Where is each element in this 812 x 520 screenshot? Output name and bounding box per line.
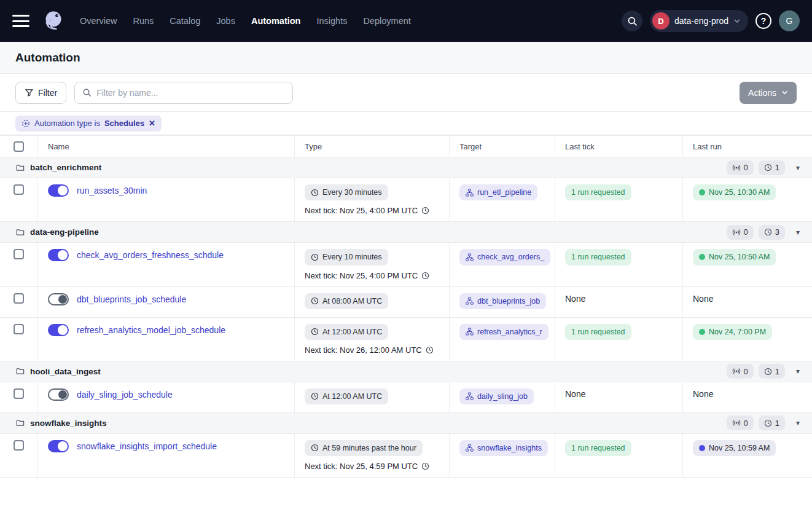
select-all-checkbox[interactable] xyxy=(14,141,24,152)
table-row: check_avg_orders_freshness_schduleEvery … xyxy=(0,243,812,286)
schedule-name-link[interactable]: daily_sling_job_schedule xyxy=(77,390,173,400)
job-graph-icon xyxy=(466,297,474,305)
sensor-icon xyxy=(732,419,741,427)
nav-item-jobs[interactable]: Jobs xyxy=(216,16,235,26)
folder-icon xyxy=(16,228,25,237)
schedule-type-pill: At 59 minutes past the hour xyxy=(305,440,423,456)
clock-icon xyxy=(311,392,319,400)
table-row: snowflake_insights_import_scheduleAt 59 … xyxy=(0,434,812,478)
last-tick-none: None xyxy=(565,389,585,399)
filter-button[interactable]: Filter xyxy=(15,82,66,104)
group-row: hooli_data_ingest01▾ xyxy=(0,361,812,382)
row-checkbox[interactable] xyxy=(14,184,24,195)
clock-icon xyxy=(421,272,429,280)
last-run-pill[interactable]: Nov 25, 10:50 AM xyxy=(693,249,776,265)
run-status-dot-icon xyxy=(699,329,705,335)
target-job-pill[interactable]: refresh_analytics_r xyxy=(459,324,548,340)
nav-item-automation[interactable]: Automation xyxy=(251,16,301,26)
row-checkbox[interactable] xyxy=(14,388,24,399)
active-filters-row: Automation type is Schedules ✕ xyxy=(0,112,812,135)
last-run-pill[interactable]: Nov 24, 7:00 PM xyxy=(693,324,772,340)
workspace-switcher[interactable]: D data-eng-prod xyxy=(650,10,748,32)
menu-icon[interactable] xyxy=(12,15,29,27)
job-graph-icon xyxy=(466,253,474,261)
job-graph-icon xyxy=(466,392,474,400)
group-row: batch_enrichment01▾ xyxy=(0,157,812,178)
schedule-toggle[interactable] xyxy=(48,184,69,197)
last-tick-none: None xyxy=(565,294,585,304)
last-tick-pill[interactable]: 1 run requested xyxy=(565,324,631,340)
schedule-name-link[interactable]: check_avg_orders_freshness_schdule xyxy=(77,250,224,260)
last-tick-pill[interactable]: 1 run requested xyxy=(565,184,631,200)
schedule-name-link[interactable]: snowflake_insights_import_schedule xyxy=(77,441,217,451)
last-run-pill[interactable]: Nov 25, 10:59 AM xyxy=(693,440,776,456)
row-checkbox[interactable] xyxy=(14,249,24,259)
next-tick-text: Next tick: Nov 25, 4:00 PM UTC xyxy=(305,206,439,215)
last-tick-pill[interactable]: 1 run requested xyxy=(565,440,631,456)
nav-item-runs[interactable]: Runs xyxy=(133,16,154,26)
clock-icon xyxy=(311,253,319,261)
dagster-logo-icon xyxy=(41,8,66,34)
last-run-pill[interactable]: Nov 25, 10:30 AM xyxy=(693,184,776,200)
page-title: Automation xyxy=(15,51,80,65)
schedule-toggle[interactable] xyxy=(48,324,69,336)
target-job-pill[interactable]: snowflake_insights xyxy=(459,440,548,456)
schedule-count-badge: 1 xyxy=(759,364,785,379)
schedule-toggle[interactable] xyxy=(48,249,69,261)
table-header-row: Name Type Target Last tick Last run xyxy=(0,135,812,157)
primary-nav: OverviewRunsCatalogJobsAutomationInsight… xyxy=(80,16,411,26)
nav-item-insights[interactable]: Insights xyxy=(316,16,347,26)
clock-icon xyxy=(764,163,772,171)
row-checkbox[interactable] xyxy=(14,440,24,451)
schedule-toggle[interactable] xyxy=(48,293,69,305)
run-status-dot-icon xyxy=(699,445,705,451)
last-tick-pill[interactable]: 1 run requested xyxy=(565,249,631,265)
nav-item-deployment[interactable]: Deployment xyxy=(363,16,410,26)
actions-button[interactable]: Actions xyxy=(740,82,797,104)
sensor-icon xyxy=(732,163,741,172)
group-expand-caret-icon[interactable]: ▾ xyxy=(796,367,800,376)
schedule-type-pill: At 12:00 AM UTC xyxy=(305,324,388,340)
sensor-count-badge: 0 xyxy=(727,160,754,175)
nav-item-overview[interactable]: Overview xyxy=(80,16,117,26)
nav-item-catalog[interactable]: Catalog xyxy=(170,16,200,26)
schedule-toggle[interactable] xyxy=(48,388,69,401)
clock-icon xyxy=(421,207,429,215)
group-expand-caret-icon[interactable]: ▾ xyxy=(796,163,800,172)
group-name: snowflake_insights xyxy=(30,419,107,428)
schedule-name-link[interactable]: run_assets_30min xyxy=(77,186,147,195)
group-name: data-eng-pipeline xyxy=(30,227,99,237)
schedule-name-link[interactable]: dbt_blueprints_job_schedule xyxy=(77,294,186,304)
table-row: dbt_blueprints_job_scheduleAt 08:00 AM U… xyxy=(0,287,812,318)
clock-icon xyxy=(311,189,319,197)
group-expand-caret-icon[interactable]: ▾ xyxy=(796,419,800,427)
column-header-last-run: Last run xyxy=(683,136,812,157)
row-checkbox[interactable] xyxy=(14,324,24,334)
group-expand-caret-icon[interactable]: ▾ xyxy=(796,228,800,237)
target-job-pill[interactable]: check_avg_orders_ xyxy=(459,249,550,265)
group-name: hooli_data_ingest xyxy=(30,367,101,376)
row-checkbox[interactable] xyxy=(14,293,24,304)
user-avatar[interactable]: G xyxy=(779,10,800,31)
clock-icon xyxy=(311,444,319,452)
schedule-toggle[interactable] xyxy=(48,440,69,452)
target-job-pill[interactable]: dbt_blueprints_job xyxy=(459,293,546,309)
target-job-pill[interactable]: daily_sling_job xyxy=(459,388,534,404)
help-icon[interactable]: ? xyxy=(755,13,771,29)
name-filter-input[interactable] xyxy=(96,88,285,98)
last-run-none: None xyxy=(693,294,713,304)
top-navigation-bar: OverviewRunsCatalogJobsAutomationInsight… xyxy=(0,0,812,42)
name-filter xyxy=(74,82,293,104)
folder-icon xyxy=(16,419,25,427)
schedule-name-link[interactable]: refresh_analytics_model_job_schedule xyxy=(77,325,225,335)
run-status-dot-icon xyxy=(699,189,705,195)
search-button[interactable] xyxy=(622,10,642,31)
filter-chip-automation-type[interactable]: Automation type is Schedules ✕ xyxy=(15,116,162,132)
sensor-count-badge: 0 xyxy=(727,416,754,430)
last-run-none: None xyxy=(693,389,713,399)
remove-filter-icon[interactable]: ✕ xyxy=(149,119,155,128)
clock-icon xyxy=(426,346,434,354)
target-job-pill[interactable]: run_etl_pipeline xyxy=(459,184,537,200)
clock-icon xyxy=(311,328,319,336)
folder-icon xyxy=(16,163,25,172)
